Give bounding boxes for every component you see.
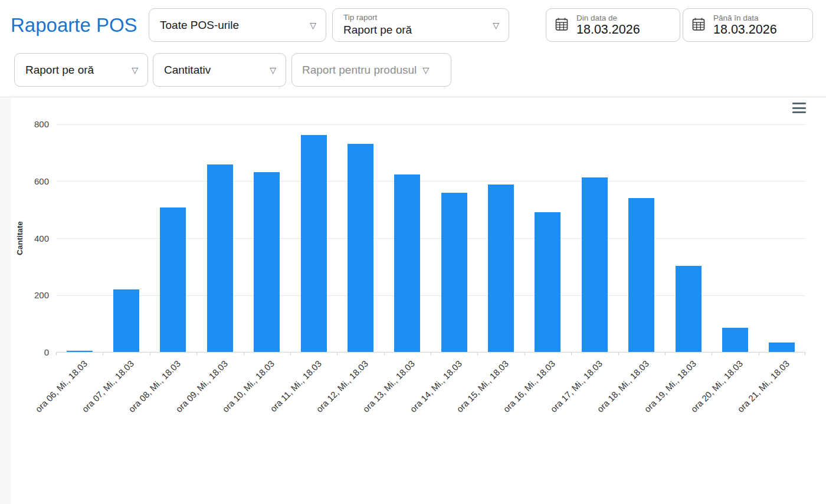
x-axis-tick bbox=[150, 352, 150, 355]
page-title: Rapoarte POS bbox=[11, 14, 149, 37]
calendar-icon bbox=[554, 17, 569, 34]
y-axis-tick-label: 0 bbox=[14, 347, 49, 358]
x-axis-tick bbox=[196, 352, 197, 355]
calendar-icon bbox=[691, 17, 706, 34]
hamburger-menu-icon bbox=[792, 103, 806, 104]
filter-row-2: Raport pe oră ▽ Cantitativ ▽ Raport pent… bbox=[14, 53, 826, 87]
chevron-down-icon: ▽ bbox=[493, 21, 499, 29]
x-axis-tick bbox=[244, 352, 244, 355]
x-axis-tick bbox=[525, 352, 525, 355]
date-to-label: Până în data bbox=[713, 14, 777, 22]
x-axis-tick bbox=[712, 352, 712, 355]
product-filter-select[interactable]: Raport pentru produsul ▽ bbox=[291, 53, 451, 87]
x-axis-tick bbox=[571, 352, 572, 355]
bar[interactable] bbox=[254, 172, 280, 352]
y-axis-tick-label: 800 bbox=[14, 119, 49, 130]
date-from-picker[interactable]: Din data de 18.03.2026 bbox=[546, 8, 680, 42]
y-axis-tick-label: 600 bbox=[14, 176, 49, 187]
content-area: Cantitate 0200400600800ora 06, Mi., 18.0… bbox=[0, 97, 826, 504]
bar[interactable] bbox=[394, 174, 420, 352]
pos-select[interactable]: Toate POS-urile ▽ bbox=[149, 8, 326, 42]
bar[interactable] bbox=[582, 177, 608, 352]
x-axis-tick bbox=[337, 352, 337, 355]
hamburger-menu-icon bbox=[792, 107, 806, 109]
gridline bbox=[56, 181, 805, 182]
bar[interactable] bbox=[628, 198, 654, 352]
hourly-report-chart: Cantitate 0200400600800ora 06, Mi., 18.0… bbox=[11, 97, 826, 504]
x-axis-tick bbox=[103, 352, 103, 355]
bar[interactable] bbox=[535, 212, 560, 352]
product-filter-placeholder: Raport pentru produsul bbox=[302, 64, 417, 77]
measure-value: Cantitativ bbox=[164, 64, 211, 77]
report-type-label: Tip raport bbox=[343, 13, 509, 22]
bar[interactable] bbox=[676, 266, 702, 352]
chevron-down-icon: ▽ bbox=[270, 66, 276, 74]
y-axis-tick-label: 400 bbox=[14, 233, 49, 244]
report-mode-value: Raport pe oră bbox=[25, 64, 94, 77]
x-axis-tick bbox=[618, 352, 619, 355]
x-axis-tick bbox=[805, 352, 805, 355]
bar[interactable] bbox=[113, 289, 139, 352]
pos-select-value: Toate POS-urile bbox=[160, 19, 239, 32]
bar[interactable] bbox=[348, 144, 373, 352]
measure-select[interactable]: Cantitativ ▽ bbox=[153, 53, 286, 87]
header: Rapoarte POS Toate POS-urile ▽ Tip rapor… bbox=[0, 0, 826, 97]
date-to-value: 18.03.2026 bbox=[713, 22, 777, 37]
x-axis-tick-label: ora 21, Mi., 18.03 bbox=[736, 358, 792, 414]
chevron-down-icon: ▽ bbox=[422, 66, 429, 74]
report-type-value: Raport pe oră bbox=[343, 24, 509, 37]
hamburger-menu-icon bbox=[792, 111, 806, 113]
x-axis-tick bbox=[290, 352, 291, 355]
x-axis-tick bbox=[384, 352, 385, 355]
gridline bbox=[56, 124, 805, 125]
bar[interactable] bbox=[722, 328, 748, 352]
report-type-select[interactable]: Tip raport Raport pe oră ▽ bbox=[332, 8, 509, 42]
x-axis-tick bbox=[477, 352, 478, 355]
bar[interactable] bbox=[769, 342, 795, 352]
bar[interactable] bbox=[207, 164, 233, 352]
bar[interactable] bbox=[160, 207, 186, 352]
filter-row-1: Rapoarte POS Toate POS-urile ▽ Tip rapor… bbox=[11, 8, 813, 42]
report-mode-select[interactable]: Raport pe oră ▽ bbox=[14, 53, 148, 87]
chevron-down-icon: ▽ bbox=[310, 21, 316, 29]
date-from-label: Din data de bbox=[576, 14, 640, 22]
date-to-picker[interactable]: Până în data 18.03.2026 bbox=[683, 8, 813, 42]
x-axis-tick bbox=[56, 352, 57, 355]
bar[interactable] bbox=[301, 135, 327, 352]
x-axis-tick bbox=[431, 352, 431, 355]
x-axis-tick bbox=[665, 352, 666, 355]
chevron-down-icon: ▽ bbox=[132, 66, 138, 74]
bar[interactable] bbox=[488, 185, 514, 352]
plot-area: 0200400600800ora 06, Mi., 18.03ora 07, M… bbox=[56, 124, 805, 353]
date-from-value: 18.03.2026 bbox=[576, 22, 640, 37]
bar[interactable] bbox=[67, 351, 93, 352]
y-axis-tick-label: 200 bbox=[14, 290, 49, 301]
bar[interactable] bbox=[441, 193, 467, 352]
chart-menu-button[interactable] bbox=[792, 103, 806, 116]
x-axis-tick bbox=[759, 352, 759, 355]
